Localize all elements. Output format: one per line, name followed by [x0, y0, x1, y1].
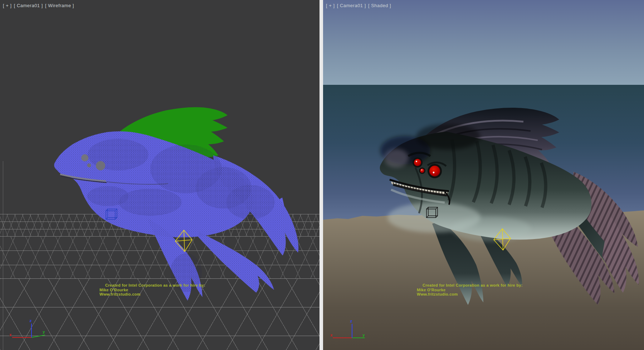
sky: [323, 0, 644, 85]
axis-x-label: x: [330, 333, 333, 337]
shaded-scene: x y z: [323, 0, 644, 350]
fish-eye-small: [87, 164, 91, 167]
viewport-menu-shading[interactable]: [ Wireframe ]: [45, 3, 74, 8]
axis-x-label: x: [9, 332, 12, 337]
dual-viewport-screenshot: [ + ] [ Camera01 ] [ Wireframe ]: [0, 0, 644, 350]
credit-line-3: Www.fritzstudio.com: [99, 292, 205, 297]
credit-text: Created for Intel Corporation as a work …: [417, 283, 523, 297]
fish-eye-large: [429, 166, 440, 176]
credit-line-2: Mike O'Rourke: [99, 288, 205, 292]
fish-eye-upper: [81, 154, 88, 161]
credit-line-3: Www.fritzstudio.com: [417, 292, 523, 297]
fish-model-wireframe[interactable]: [54, 107, 298, 301]
axis-y-label: y: [43, 330, 45, 334]
axis-gizmo: x y z: [9, 319, 45, 337]
axis-z-label: z: [350, 319, 352, 324]
viewport-wireframe[interactable]: [ + ] [ Camera01 ] [ Wireframe ]: [0, 0, 319, 350]
credit-line-2: Mike O'Rourke: [417, 288, 523, 292]
viewport-label-right: [ + ] [ Camera01 ] [ Shaded ]: [326, 3, 392, 8]
credit-text: Created for Intel Corporation as a work …: [99, 283, 205, 297]
viewport-menu-pov[interactable]: [ Camera01 ]: [337, 3, 366, 8]
axis-z-label: z: [29, 319, 32, 323]
fish-eye-small: [420, 169, 424, 173]
viewport-splitter[interactable]: [319, 0, 323, 350]
credit-line-1: Created for Intel Corporation as a work …: [99, 283, 205, 288]
viewport-menu-pov[interactable]: [ Camera01 ]: [14, 3, 43, 8]
viewport-menu-shading[interactable]: [ Shaded ]: [368, 3, 391, 8]
wireframe-scene: x y z: [0, 0, 319, 350]
fish-eye-large: [96, 161, 105, 170]
viewport-shaded[interactable]: [ + ] [ Camera01 ] [ Shaded ]: [323, 0, 644, 350]
viewport-menu-general[interactable]: [ + ]: [326, 3, 335, 8]
axis-y-label: y: [362, 333, 365, 337]
viewport-menu-general[interactable]: [ + ]: [3, 3, 12, 8]
fish-eye-upper: [414, 159, 421, 166]
credit-line-1: Created for Intel Corporation as a work …: [417, 283, 523, 288]
viewport-label-left: [ + ] [ Camera01 ] [ Wireframe ]: [3, 3, 75, 8]
